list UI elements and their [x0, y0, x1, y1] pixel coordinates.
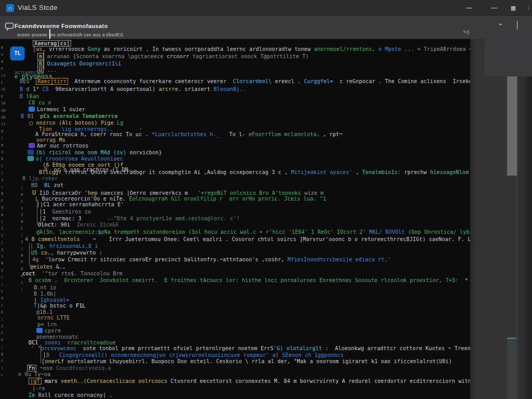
code-line: B 1.0b|	[34, 291, 57, 297]
scrollbar-track[interactable]	[507, 176, 517, 338]
collapse-chevron-icon[interactable]: ⌃	[498, 22, 503, 30]
gutter-glyph: G	[1, 52, 3, 57]
code-line: @eiotes &.,	[30, 264, 65, 270]
scrollbar-thumb[interactable]	[507, 72, 517, 176]
minimize-icon[interactable]: —	[462, 3, 476, 13]
gutter-glyph: 30	[1, 115, 5, 119]
tab-subtext: ausen pooese ree echooetioth ceo aus a é…	[17, 32, 123, 37]
tab-primary[interactable]: Fcanndvveorne	[15, 23, 60, 29]
gutter-glyph: L	[1, 289, 3, 294]
code-line: D l6an	[20, 94, 39, 99]
tab-secondary[interactable]: Foowmofausato	[61, 23, 108, 29]
gutter-glyph: 0	[21, 193, 23, 197]
gutter-glyph: 0	[1, 157, 3, 161]
gutter-glyph: 2	[1, 269, 3, 273]
gutter-glyph: 1	[21, 281, 23, 285]
app-icon: ∩	[6, 4, 14, 12]
code-line: BD BL zot	[31, 182, 63, 188]
code-line: coct '"tur rto$. Tonocolou Brm	[22, 271, 123, 276]
gutter-glyph: |	[1, 220, 3, 224]
code-line: n 0u Ty~oa	[18, 371, 50, 377]
code-line: |gT mars veeth..(Conrsaceclicace oolrcoo…	[29, 378, 470, 384]
gutter-glyph: 0	[21, 254, 23, 258]
code-line: a| crooorcoea Aeuollooniaec	[28, 156, 123, 162]
window-title: ViaLS Stcde	[18, 4, 58, 11]
code-line: @A(3n. lacereecoiz:$pNa trempett scatond…	[36, 229, 470, 235]
code-line: Bllcggf rrerroc Qnure Svectradogr it coo…	[39, 169, 470, 175]
panel-edge	[525, 39, 532, 399]
gutter-glyph: |	[21, 247, 23, 251]
gutter-glyph: C	[1, 275, 3, 280]
code-line: O.nt io	[34, 285, 57, 290]
title-bar: ∩ ViaLS Stcde — — ▦ ⁞	[0, 0, 532, 17]
gutter-glyph: |	[1, 345, 3, 349]
code-line: DCl sooni rracroltcoadoue	[29, 340, 116, 345]
code-editor[interactable]: TL Xaeurag|cs|[ws, vrrerroooce Gony as r…	[0, 39, 470, 399]
gutter-glyph: 2	[1, 324, 3, 328]
gutter-glyph: l6	[1, 87, 5, 91]
gutter-glyph: C	[1, 359, 3, 363]
indent-guide	[44, 50, 44, 69]
code-line: U5 co., harrypwvwrto :	[31, 250, 102, 256]
maximize-icon[interactable]: ▦	[507, 3, 520, 13]
edit-badge-icon: ✎5	[463, 30, 470, 35]
code-line: | Ig. hrsiouonaLs.8 i	[30, 243, 98, 249]
code-line: [onerLf oortolaetrum Lhuyoebirrl. Buopoc…	[42, 358, 452, 364]
code-line: orrnc LTTE	[37, 315, 70, 321]
gutter-glyph: 0	[1, 192, 3, 196]
code-line: @1B.1	[36, 309, 52, 315]
gutter-glyph: L	[1, 373, 3, 377]
gutter-glyph: 8	[1, 129, 3, 134]
gutter-glyph: 3	[21, 213, 23, 217]
code-line: □ onzrco (Alc botoos) Pige Lg	[30, 120, 123, 126]
code-line: p= lrn	[37, 322, 57, 327]
indent-guide	[29, 243, 30, 266]
code-line: B Ocavagets Ooogronrc(1\i	[37, 61, 122, 66]
gutter-glyph: C	[21, 200, 23, 204]
gutter-glyph: 8	[21, 274, 23, 278]
gutter-glyph: 0	[21, 220, 23, 224]
gutter-glyph: E	[1, 95, 3, 99]
token-icon	[36, 328, 43, 333]
gutter-glyph: P	[1, 199, 3, 203]
code-line: D Cingogrcooall() ocnomrneocnongjun crjo…	[44, 352, 343, 358]
gutter-glyph: C	[1, 164, 3, 168]
gutter-glyph: 9	[21, 267, 23, 271]
separator-bar: │	[515, 21, 520, 29]
gutter-glyph: |	[21, 233, 23, 237]
gutter-glyph: |	[1, 283, 3, 287]
gutter-glyph: |	[1, 171, 3, 175]
minimize-icon-2[interactable]: —	[487, 3, 501, 13]
gutter-glyph: |	[21, 287, 23, 291]
code-line: BES Raecjtirr Atermeum cooonconty fucrer…	[20, 78, 470, 84]
token-icon	[28, 150, 34, 155]
gutter-glyph: 8	[1, 352, 3, 356]
code-line: m arruoao {Scnonta xoarrna \pgctaceece c…	[37, 54, 309, 59]
code-line: Lormeoc 1 ouier	[29, 107, 85, 112]
token-icon	[29, 107, 35, 112]
gutter-glyph: |	[1, 185, 3, 189]
code-line: Fn ~oso Coucdtcoctvoeiq-a	[27, 365, 111, 371]
gutter-glyph: 8	[1, 143, 3, 148]
gutter-glyph: lt	[1, 74, 5, 78]
code-line: T|&p bstoc o F1L	[34, 303, 86, 309]
code-line: B ocsbm , Orcntorer Joovbslnt ceeirrt. E…	[29, 277, 468, 283]
code-line: cpxre	[36, 328, 61, 334]
code-line: poenenrnxoatc	[36, 334, 78, 340]
comment-bubble-icon[interactable]	[5, 22, 15, 32]
token-icon	[28, 156, 34, 161]
code-line: Amr ouc rotrtoos	[29, 143, 89, 149]
code-line: Xaeurag|cs|	[33, 41, 71, 46]
gutter-glyph: 1	[1, 227, 3, 231]
gutter-glyph: 9	[1, 206, 3, 210]
code-line: 1 Geechiros co	[41, 209, 91, 215]
gutter-glyph: 3	[1, 150, 3, 154]
code-line: |C1 acer serraohahcrrta E'	[38, 202, 124, 207]
more-options-icon[interactable]: ⁞	[522, 3, 532, 13]
code-line: Ze Rsll curece oornacny| .	[29, 392, 113, 398]
gutter-glyph: C	[1, 331, 3, 335]
gutter-glyph: 3	[1, 178, 3, 182]
gutter-glyph: L	[1, 81, 3, 85]
gutter-glyph: 13	[1, 122, 5, 126]
code-line: 4g 'lorow Crmoit tr sitcoiec coeroEr pre…	[32, 257, 391, 262]
